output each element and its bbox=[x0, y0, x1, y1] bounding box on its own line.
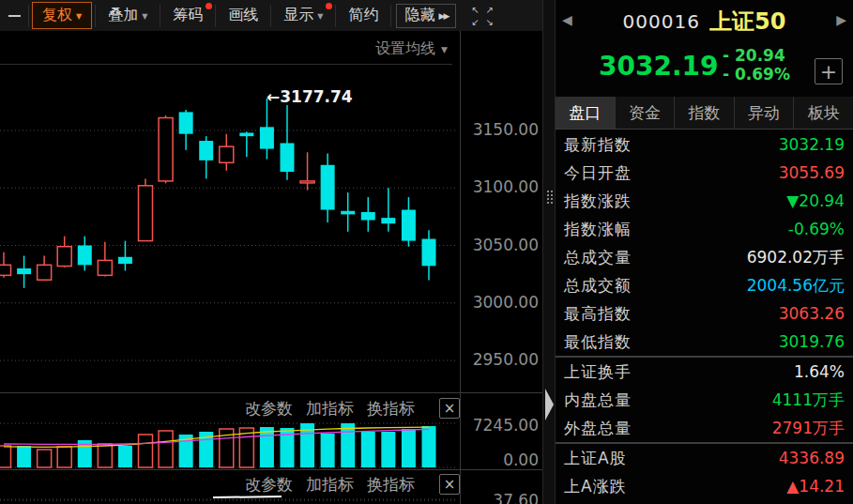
tab-yidong[interactable]: 异动 bbox=[734, 97, 794, 129]
switch-indicator-button[interactable]: 换指标 bbox=[367, 474, 415, 496]
expand-arrow-icon: ↙ bbox=[472, 18, 480, 26]
row-value: 2004.56亿元 bbox=[747, 275, 845, 297]
drag-grip-icon[interactable] bbox=[546, 190, 554, 206]
chart-toolbar: 复权▼叠加▼筹码画线显示▼简约隐藏▶▶ ↖↗↙↘ bbox=[0, 0, 542, 31]
close-pane-button[interactable]: × bbox=[439, 398, 460, 419]
toolbar-button-label: 复权 bbox=[42, 6, 72, 25]
double-chevron-right-icon: ▶▶ bbox=[438, 11, 448, 21]
quote-row: 总成交量6902.02万手 bbox=[556, 243, 853, 271]
quote-row: 上证换手1.64% bbox=[556, 358, 853, 386]
toolbar-button-label: 叠加 bbox=[108, 6, 138, 25]
edit-params-button[interactable]: 改参数 bbox=[245, 474, 293, 496]
toolbar-buttons: 复权▼叠加▼筹码画线显示▼简约隐藏▶▶ bbox=[29, 0, 461, 31]
tab-pankou[interactable]: 盘口 bbox=[556, 97, 615, 129]
price-tick-label: 3050.00 bbox=[473, 237, 539, 253]
row-value: -0.69% bbox=[788, 220, 845, 238]
price-tick-label: 3150.00 bbox=[473, 122, 539, 138]
row-label: 总成交量 bbox=[564, 247, 632, 268]
row-label: 上证A股 bbox=[564, 448, 627, 469]
quote-row: 外盘总量2791万手 bbox=[556, 414, 853, 442]
fullscreen-expand-button[interactable]: ↖↗↙↘ bbox=[468, 4, 496, 28]
stock-name: 上证50 bbox=[709, 7, 785, 37]
row-value: 4336.89 bbox=[779, 449, 845, 467]
chevron-down-icon: ▼ bbox=[317, 12, 323, 21]
quote-rows: 最新指数3032.19今日开盘3055.69指数涨跌▼20.94指数涨幅-0.6… bbox=[556, 130, 853, 504]
quote-row: 最高指数3063.26 bbox=[556, 299, 853, 328]
row-value: 3063.26 bbox=[779, 304, 845, 323]
y-axis-line bbox=[460, 31, 461, 504]
notification-dot-icon bbox=[206, 3, 212, 9]
row-label: 内盘总量 bbox=[564, 389, 632, 411]
quote-row: 指数涨幅-0.69% bbox=[556, 215, 853, 243]
change-value: - 20.94 bbox=[723, 46, 790, 65]
toolbar-button-label: 隐藏 bbox=[404, 6, 434, 25]
indicator-axis-label: 37.60 bbox=[493, 493, 539, 504]
toolbar-button-draw-line[interactable]: 画线 bbox=[216, 0, 270, 31]
toolbar-button-chips[interactable]: 筹码 bbox=[160, 0, 215, 31]
close-pane-button[interactable]: × bbox=[439, 474, 460, 495]
minus-icon bbox=[8, 15, 21, 17]
tab-zijin[interactable]: 资金 bbox=[615, 97, 675, 129]
quote-tabs: 盘口资金指数异动板块 bbox=[556, 97, 853, 130]
next-stock-arrow[interactable]: ▶ bbox=[836, 12, 846, 27]
tab-zhishu[interactable]: 指数 bbox=[674, 97, 734, 129]
price-tick-label: 3100.00 bbox=[473, 179, 539, 195]
panel-splitter[interactable] bbox=[542, 0, 556, 504]
add-indicator-button[interactable]: 加指标 bbox=[306, 474, 354, 496]
price-change: - 20.94 - 0.69% bbox=[723, 46, 790, 84]
quote-row: 上证B股 bbox=[556, 500, 853, 504]
quote-row: 上A涨跌▲14.21 bbox=[556, 472, 853, 500]
quote-row: 总成交额2004.56亿元 bbox=[556, 271, 853, 299]
price-tick-label: 3000.00 bbox=[473, 295, 539, 311]
row-label: 总成交额 bbox=[564, 275, 632, 297]
row-label: 指数涨跌 bbox=[564, 191, 632, 212]
toolbar-button-hide-panel[interactable]: 隐藏▶▶ bbox=[396, 4, 456, 28]
switch-indicator-button[interactable]: 换指标 bbox=[367, 398, 415, 420]
quote-row: 最低指数3019.76 bbox=[556, 328, 853, 356]
row-value: ▼20.94 bbox=[786, 191, 845, 210]
volume-axis-max-label: 7245.00 bbox=[473, 418, 539, 434]
expand-arrow-icon: ↘ bbox=[486, 18, 494, 26]
stock-code: 000016 bbox=[623, 10, 700, 33]
row-label: 上A涨跌 bbox=[564, 476, 627, 497]
expand-arrow-icon: ↗ bbox=[486, 6, 494, 14]
high-price-annotation: ←3177.74 bbox=[267, 87, 353, 106]
quote-row: 最新指数3032.19 bbox=[556, 130, 853, 159]
toolbar-button-simple-mode[interactable]: 简约 bbox=[336, 0, 390, 31]
tab-bankuai[interactable]: 板块 bbox=[793, 97, 853, 129]
row-label: 最高指数 bbox=[564, 303, 632, 325]
row-value: 3032.19 bbox=[779, 135, 845, 154]
toolbar-button-label: 画线 bbox=[228, 6, 258, 25]
row-value: 1.64% bbox=[794, 362, 845, 381]
toolbar-button-label: 筹码 bbox=[173, 6, 203, 25]
toolbar-button-fuquan-adjust[interactable]: 复权▼ bbox=[32, 2, 92, 29]
row-value: 2791万手 bbox=[772, 418, 845, 439]
chevron-down-icon: ▼ bbox=[142, 12, 147, 21]
toolbar-button-display[interactable]: 显示▼ bbox=[271, 0, 335, 31]
volume-pane-header: 改参数加指标换指标× bbox=[245, 397, 460, 420]
prev-stock-arrow[interactable]: ◀ bbox=[562, 12, 572, 27]
indicator-pane-divider bbox=[0, 469, 542, 470]
quote-header: ◀ 000016 上证50 ▶ bbox=[556, 0, 853, 43]
row-label: 今日开盘 bbox=[564, 162, 632, 184]
row-value: 3055.69 bbox=[779, 163, 845, 182]
quote-row: 上证A股4336.89 bbox=[556, 444, 853, 472]
chevron-down-icon: ▼ bbox=[76, 12, 82, 21]
row-label: 上证换手 bbox=[564, 361, 632, 383]
edit-params-button[interactable]: 改参数 bbox=[245, 398, 293, 420]
quote-row: 今日开盘3055.69 bbox=[556, 159, 853, 187]
last-price: 3032.19 bbox=[599, 51, 719, 82]
ma-settings-button[interactable]: 设置均线 ▼ bbox=[375, 39, 448, 59]
quote-row: 内盘总量4111万手 bbox=[556, 386, 853, 414]
minimize-toolbar-button[interactable] bbox=[0, 0, 28, 31]
add-indicator-button[interactable]: 加指标 bbox=[306, 398, 354, 420]
chevron-down-icon: ▼ bbox=[441, 45, 448, 54]
chart-area: 设置均线 ▼ ←3177.74 3150.003100.003050.00300… bbox=[0, 31, 542, 504]
chart-header-divider bbox=[0, 64, 452, 65]
price-tick-label: 2950.00 bbox=[473, 352, 539, 368]
row-label: 指数涨幅 bbox=[564, 219, 632, 240]
row-label: 最新指数 bbox=[564, 134, 632, 156]
toolbar-button-overlay[interactable]: 叠加▼ bbox=[96, 0, 160, 31]
collapse-panel-arrow[interactable] bbox=[545, 389, 554, 420]
add-to-watchlist-button[interactable]: + bbox=[815, 58, 843, 84]
